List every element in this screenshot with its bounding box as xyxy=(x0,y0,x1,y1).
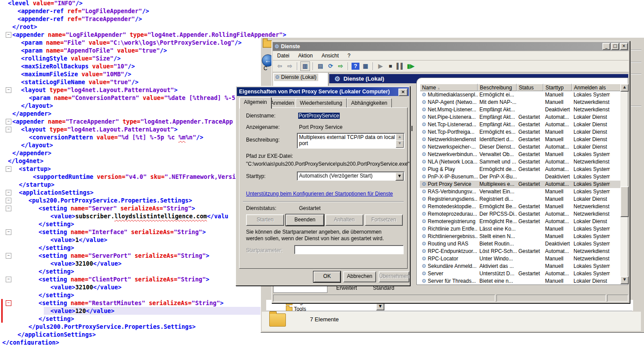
service-row[interactable]: ⚙ NAP-Agent (Netwo...Mit dem NAP-...Manu… xyxy=(420,99,622,106)
dialog-close-button close-icon[interactable]: × xyxy=(398,89,408,96)
service-row[interactable]: ⚙ PnP-X-IP-Busenum...Der PnP-X-Bu...Deak… xyxy=(420,173,622,181)
starten-button[interactable]: Starten xyxy=(246,214,284,226)
code-line[interactable]: <setting name="Interface" serializeAs="S… xyxy=(39,228,206,236)
code-line[interactable]: <param name="AppendToFile" value="true"/… xyxy=(21,46,167,54)
code-line[interactable]: <startup> xyxy=(19,165,51,173)
fold-toggle-icon[interactable]: − xyxy=(6,166,11,172)
service-row[interactable]: ⚙ Port Proxy ServiceMultiplexes e...Gest… xyxy=(420,181,622,188)
menu-datei[interactable]: Datei xyxy=(273,52,294,60)
code-line[interactable]: <setting name="ServerPort" serializeAs="… xyxy=(39,252,209,260)
tab-abhaengigkeiten[interactable]: Abhängigkeiten xyxy=(347,98,392,108)
title-bar[interactable]: ⚙ Dienste _ □ × xyxy=(273,42,629,51)
service-row[interactable]: ⚙ Multimediaklassenpl...Ermöglicht ei...… xyxy=(420,91,622,99)
menu-ansicht[interactable]: Ansicht xyxy=(317,52,343,60)
code-line[interactable]: <maxSizeRollBackups value="10"/> xyxy=(21,62,135,70)
startparameter-input[interactable] xyxy=(294,245,404,254)
extended-view-icon[interactable]: ▦ xyxy=(361,62,370,71)
code-line[interactable]: </layout> xyxy=(21,102,53,110)
starttyp-combobox[interactable]: Automatisch (Verzögerter Start) ▼ xyxy=(297,171,405,181)
code-line[interactable]: <staticLogFileName value="true"/> xyxy=(21,78,138,86)
fold-toggle-icon[interactable]: − xyxy=(6,127,11,132)
dienstname-value[interactable]: PortProxyService xyxy=(298,113,340,119)
service-row[interactable]: ⚙ RPC-LocatorUnter Windo...ManuellNetzwe… xyxy=(420,255,622,263)
code-line[interactable]: </root> xyxy=(12,23,37,31)
code-line[interactable]: <param name="ConversionPattern" value="%… xyxy=(29,94,235,102)
maximize-button[interactable]: □ xyxy=(611,43,619,50)
restart-service-icon[interactable]: ▮▶ xyxy=(406,62,415,71)
properties-icon[interactable]: ▤ xyxy=(316,62,325,71)
code-line[interactable]: </layout> xyxy=(21,141,53,149)
fold-toggle-icon[interactable]: − xyxy=(6,32,11,38)
code-line[interactable]: </setting> xyxy=(39,220,74,228)
forward-icon[interactable]: ⇨ xyxy=(285,62,294,71)
tree-item-dienste-lokal[interactable]: ⚙ Dienste (Lokal) xyxy=(274,74,318,81)
export-list-icon[interactable]: ⇨ xyxy=(336,62,345,71)
beenden-button[interactable]: Beenden xyxy=(286,214,324,226)
service-row[interactable]: ⚙ Net.Tcp-Portfreiga...Ermöglicht es...G… xyxy=(420,128,622,136)
scroll-up-button chevron-up-icon[interactable]: ▲ xyxy=(620,84,629,92)
code-line[interactable]: <value>1</value> xyxy=(50,236,107,244)
code-line[interactable]: </appender> xyxy=(12,149,51,157)
startoptionen-help-link[interactable]: Unterstützung beim Konfigurieren der Sta… xyxy=(246,191,393,197)
code-line[interactable]: <value>120</value> xyxy=(50,307,114,315)
fold-toggle-icon[interactable]: − xyxy=(6,87,11,93)
fortsetzen-button[interactable]: Fortsetzen xyxy=(365,214,403,226)
beschreibung-textarea[interactable]: Multiplexes external TCP/IP data on loca… xyxy=(297,133,405,149)
scroll-down-button chevron-down-icon[interactable]: ▼ xyxy=(620,276,629,284)
column-header-name[interactable]: Name ▲ xyxy=(420,84,478,91)
fold-toggle-icon[interactable]: − xyxy=(6,190,11,196)
dropdown-button chevron-down-icon[interactable]: ▼ xyxy=(376,303,384,310)
fold-toggle-icon[interactable]: − xyxy=(6,253,11,259)
service-row[interactable]: ⚙ Net.Pipe-Listenera...Empfängt Akt...Ge… xyxy=(420,114,622,121)
code-line[interactable]: <layout type="log4net.Layout.PatternLayo… xyxy=(21,125,178,133)
scroll-down-button chevron-down-icon[interactable]: ▼ xyxy=(396,140,404,148)
pause-service-icon[interactable]: ▌▌ xyxy=(396,62,405,71)
service-row[interactable]: ⚙ Richtlinie zum Entfe...Lässt eine Ko..… xyxy=(420,225,622,233)
service-row[interactable]: ⚙ ServerUnterstützt D...GestartetAutomat… xyxy=(420,270,622,277)
code-line[interactable]: </setting> xyxy=(39,291,74,299)
code-line[interactable]: <layout type="log4net.Layout.PatternLayo… xyxy=(21,86,178,94)
column-header-status[interactable]: Status xyxy=(517,84,543,91)
code-line[interactable]: <applicationSettings> xyxy=(19,189,94,196)
close-button close-icon[interactable]: × xyxy=(620,43,628,50)
code-line[interactable]: <setting name="Server" serializeAs="Stri… xyxy=(39,204,195,212)
minimize-button[interactable]: _ xyxy=(602,43,610,50)
code-line[interactable]: <maximumFileSize value="10MB"/> xyxy=(21,70,131,78)
code-line[interactable]: <supportedRuntime version="v4.0" sku=".N… xyxy=(33,173,239,181)
ok-button[interactable]: OK xyxy=(313,271,341,282)
code-line[interactable]: <rollingStyle value="Size"/> xyxy=(21,54,121,62)
code-line[interactable]: </configuration> xyxy=(2,338,59,345)
scrollbar-thumb[interactable] xyxy=(620,186,629,217)
service-row[interactable]: ⚙ RPC-Endpunktzuor...Löst RPC-Sch...Gest… xyxy=(420,248,622,255)
service-row[interactable]: ⚙ Remotedesktopdie...Ermöglicht Be...Ges… xyxy=(420,203,622,210)
code-line[interactable]: </appender> xyxy=(12,110,51,117)
combo-dropdown-button chevron-down-icon[interactable]: ▼ xyxy=(395,172,404,181)
fold-toggle-icon[interactable]: − xyxy=(6,198,11,203)
code-line[interactable]: <appender name="LogFileAppender" type="l… xyxy=(12,31,286,39)
service-row[interactable]: ⚙ Richtlinienergebniss...Stellt einen N.… xyxy=(420,233,622,240)
stop-service-icon[interactable]: ■ xyxy=(386,62,395,71)
column-header-anmelden-als[interactable]: Anmelden als xyxy=(572,84,622,91)
code-line[interactable]: <appender-ref ref="TraceAppender"/> xyxy=(18,15,142,23)
code-line[interactable]: <setting name="RestartMinutes" serialize… xyxy=(39,299,224,307)
service-row[interactable]: ⚙ RemoteregistrierungErmöglicht Re...Ges… xyxy=(420,218,622,225)
service-row[interactable]: ⚙ Registrierungsdiens...Registriert di..… xyxy=(420,196,622,203)
service-row[interactable]: ⚙ Netzwerkspeicher-...Dieser Dienst...Ge… xyxy=(420,143,622,151)
code-line[interactable]: <appender name="TraceAppender" type="log… xyxy=(12,117,233,125)
code-line[interactable]: <setting name="ClientPort" serializeAs="… xyxy=(39,275,209,283)
code-line[interactable]: <puls200.PortProxyService.Properties.Set… xyxy=(28,196,192,204)
service-row[interactable]: ⚙ Netzwerkverbindun...Verwaltet Ob...Ges… xyxy=(420,151,622,158)
service-row[interactable]: ⚙ Routing und RASBietet Routin...Deaktiv… xyxy=(420,240,622,248)
code-line[interactable]: </puls200.PortProxyService.Properties.Se… xyxy=(28,323,196,331)
show-console-tree-icon[interactable]: ▥ xyxy=(300,61,310,71)
refresh-icon[interactable]: ⟳ xyxy=(326,62,335,71)
service-row[interactable]: ⚙ RAS-Verbindungsv...Verwaltet Ein...Man… xyxy=(420,188,622,196)
service-row[interactable]: ⚙ Server für Threads...Bietet eine n...M… xyxy=(420,277,622,285)
code-line[interactable]: </applicationSettings> xyxy=(18,331,96,338)
code-line[interactable]: <param name="File" value="C:\work\logs\P… xyxy=(21,39,242,46)
anhalten-button[interactable]: Anhalten xyxy=(325,214,363,226)
service-row[interactable]: ⚙ Net.Tcp-Listenerad...Empfängt Akt...Ge… xyxy=(420,121,622,128)
code-line[interactable]: <conversionPattern value="%d [%t] %-5p %… xyxy=(29,133,203,141)
help-icon[interactable]: ? xyxy=(352,63,359,70)
code-line[interactable]: </startup> xyxy=(19,181,54,189)
